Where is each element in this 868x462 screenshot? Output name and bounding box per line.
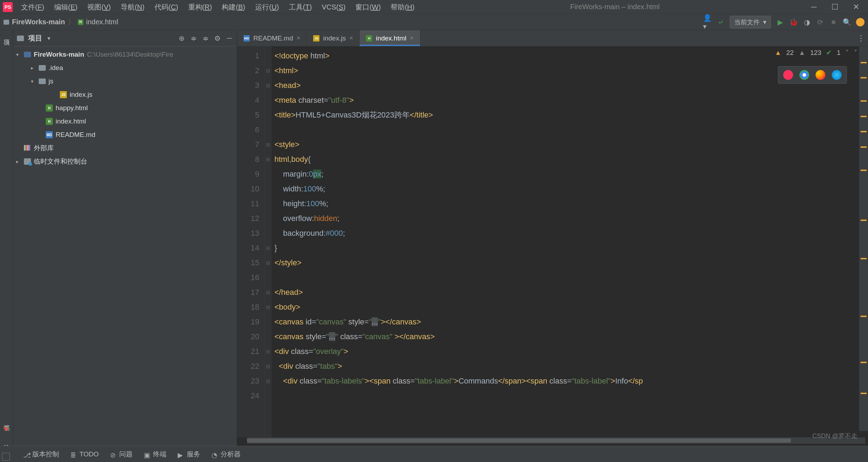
project-folder-icon	[24, 52, 31, 57]
vcs-tool-button[interactable]: ⎇版本控制	[23, 450, 59, 459]
library-icon	[24, 145, 31, 151]
folder-icon	[17, 36, 24, 41]
menu-item[interactable]: 工具(T)	[284, 0, 317, 14]
tree-root[interactable]: ▾ FireWorks-main C:\Users\86134\Desktop\…	[13, 48, 237, 61]
profile-button[interactable]: ⟳	[816, 18, 824, 26]
tree-file-index-html[interactable]: H index.html	[13, 115, 237, 128]
project-tool-button[interactable]: 项目	[2, 32, 11, 37]
editor-tabs: MDREADME.md×JSindex.js×Hindex.html× ⋮	[237, 30, 868, 46]
close-button[interactable]: ✕	[853, 4, 860, 11]
tree-file-happy-html[interactable]: H happy.html	[13, 101, 237, 115]
app-icon: PS	[3, 2, 13, 12]
prev-highlight-icon[interactable]: ˄	[845, 49, 849, 57]
settings-icon[interactable]: ⚙	[214, 34, 221, 42]
folder-icon	[39, 65, 46, 71]
structure-tool-icon[interactable]	[3, 40, 11, 48]
todo-tool-button[interactable]: ≣TODO	[70, 450, 99, 458]
bookmark-icon[interactable]: 🔖	[3, 426, 10, 433]
inspection-widget[interactable]: ▲22 ▲123 ✔1 ˄ ˅	[775, 49, 857, 57]
tree-label: 外部库	[34, 144, 54, 153]
chevron-right-icon[interactable]: ▸	[16, 159, 21, 164]
editor-tab[interactable]: MDREADME.md×	[237, 30, 307, 46]
services-icon: ▶	[178, 451, 184, 457]
edge-icon[interactable]	[832, 70, 842, 80]
tree-folder-js[interactable]: ▾ js	[13, 75, 237, 88]
services-tool-button[interactable]: ▶服务	[178, 450, 200, 459]
line-gutter[interactable]: 123456789101112131415161718192021222324	[237, 46, 265, 437]
tree-label: index.js	[70, 91, 92, 99]
close-tab-icon[interactable]: ×	[297, 34, 300, 42]
tree-external-libraries[interactable]: ▸ 外部库	[13, 141, 237, 155]
terminal-icon: ▣	[144, 451, 150, 457]
chevron-down-icon[interactable]: ▾	[16, 52, 21, 57]
coverage-button[interactable]: ◑	[803, 18, 811, 26]
user-icon[interactable]: 👤▾	[703, 18, 711, 26]
js-file-icon: JS	[60, 91, 67, 98]
menu-item[interactable]: 帮助(H)	[386, 0, 419, 14]
scrollbar-thumb[interactable]	[247, 438, 791, 443]
chevron-down-icon[interactable]: ▾	[31, 78, 36, 84]
error-stripe[interactable]	[859, 46, 868, 431]
tree-folder-idea[interactable]: ▸ .idea	[13, 61, 237, 75]
folder-icon	[4, 20, 9, 25]
updates-icon[interactable]	[856, 18, 864, 26]
close-tab-icon[interactable]: ×	[349, 34, 353, 42]
expand-all-icon[interactable]: ≑	[190, 34, 197, 42]
chrome-icon[interactable]	[799, 70, 809, 80]
next-highlight-icon[interactable]: ˅	[854, 49, 857, 57]
tabs-more-icon[interactable]: ⋮	[854, 30, 868, 46]
search-icon[interactable]: 🔍	[843, 18, 851, 26]
menu-item[interactable]: 编辑(E)	[49, 0, 83, 14]
firefox-icon[interactable]	[816, 70, 825, 80]
builtin-preview-icon[interactable]	[783, 70, 793, 80]
fold-gutter[interactable]: ⊟⊟⊟⊟⊟⊟⊟⊟⊟⊟⊟	[265, 46, 272, 437]
menu-item[interactable]: VCS(S)	[317, 0, 350, 14]
window-title: FireWorks-main – index.html	[419, 3, 810, 11]
stop-button[interactable]: ■	[829, 18, 838, 26]
menu-item[interactable]: 窗口(W)	[350, 0, 386, 14]
chevron-down-icon[interactable]: ▼	[46, 36, 51, 41]
tree-scratches[interactable]: ▸ 临时文件和控制台	[13, 155, 237, 168]
debug-button[interactable]: 🐞	[789, 18, 798, 26]
menu-item[interactable]: 视图(V)	[82, 0, 116, 14]
tool-windows-quick-access-icon[interactable]	[2, 453, 10, 461]
problems-tool-button[interactable]: ⊘问题	[110, 450, 133, 459]
watermark: CSDN @罗不走	[812, 432, 857, 440]
menu-item[interactable]: 重构(R)	[183, 0, 217, 14]
profiler-tool-button[interactable]: ◔分析器	[211, 450, 241, 459]
menu-item[interactable]: 运行(U)	[250, 0, 284, 14]
editor-tab[interactable]: Hindex.html×	[360, 30, 420, 46]
maximize-button[interactable]: ☐	[831, 4, 838, 11]
breadcrumb-project: FireWorks-main	[12, 18, 65, 26]
branch-icon: ⎇	[23, 451, 30, 457]
menu-item[interactable]: 构建(B)	[217, 0, 250, 14]
build-icon[interactable]: ⤶	[716, 18, 725, 26]
run-button[interactable]: ▶	[776, 18, 784, 26]
menu-item[interactable]: 导航(N)	[116, 0, 150, 14]
code-area[interactable]: <!doctype html><html><head><meta charset…	[272, 46, 868, 437]
editor: MDREADME.md×JSindex.js×Hindex.html× ⋮ 12…	[237, 30, 868, 446]
menu-item[interactable]: 代码(C)	[150, 0, 183, 14]
menu-item[interactable]: 文件(F)	[16, 0, 49, 14]
hide-icon[interactable]: ─	[226, 34, 233, 42]
collapse-all-icon[interactable]: ≑	[202, 34, 209, 42]
md-file-icon: MD	[243, 35, 250, 42]
js-file-icon: JS	[313, 35, 319, 42]
tree-label: .idea	[49, 64, 63, 72]
tab-label: README.md	[253, 34, 293, 42]
tree-file-index-js[interactable]: JS index.js	[13, 88, 237, 101]
terminal-tool-button[interactable]: ▣终端	[144, 450, 166, 459]
project-tree[interactable]: ▾ FireWorks-main C:\Users\86134\Desktop\…	[13, 46, 237, 446]
close-tab-icon[interactable]: ×	[410, 34, 414, 42]
tree-file-readme[interactable]: MD README.md	[13, 128, 237, 141]
warning-count: 22	[786, 49, 794, 57]
horizontal-scrollbar[interactable]	[247, 437, 865, 444]
select-opened-icon[interactable]: ⊕	[178, 34, 185, 42]
run-config-select[interactable]: 当前文件 ▾	[730, 16, 771, 29]
editor-tab[interactable]: JSindex.js×	[307, 30, 360, 46]
project-panel: 项目 ▼ ⊕ ≑ ≑ ⚙ ─ ▾ FireWorks-main C:\Users…	[13, 30, 237, 446]
breadcrumb[interactable]: FireWorks-main 〉 H index.html	[4, 17, 118, 27]
chevron-right-icon[interactable]: ▸	[31, 65, 36, 71]
tree-label: FireWorks-main	[34, 51, 84, 58]
minimize-button[interactable]: ─	[810, 4, 817, 11]
